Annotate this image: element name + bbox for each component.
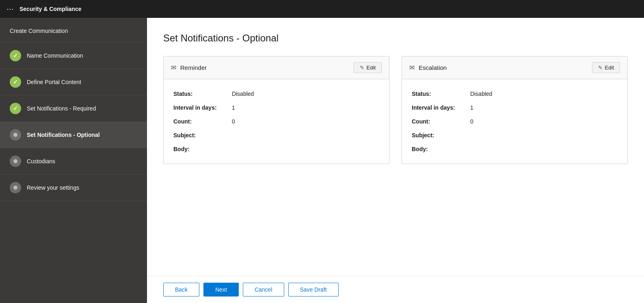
field-value-escalation-4: [469, 146, 470, 152]
card-field-reminder-0: Status: Disabled: [173, 91, 379, 97]
card-field-escalation-3: Subject:: [412, 132, 618, 139]
sidebar-item-label-set-notifications-optional: Set Notifications - Optional: [27, 132, 100, 138]
app-title: Security & Compliance: [19, 6, 82, 12]
sidebar-item-review-your-settings[interactable]: Review your settings: [0, 175, 147, 201]
pencil-icon-reminder: ✎: [360, 65, 364, 71]
page-title: Set Notifications - Optional: [163, 32, 628, 44]
field-label-escalation-1: Interval in days:: [412, 104, 469, 111]
sidebar-item-name-communication[interactable]: ✓Name Communication: [0, 43, 147, 69]
field-label-reminder-4: Body:: [173, 146, 230, 152]
card-field-escalation-1: Interval in days: 1: [412, 104, 618, 111]
sidebar-item-label-custodians: Custodians: [27, 158, 55, 164]
envelope-icon-escalation: ✉: [409, 64, 415, 71]
card-escalation: ✉Escalation✎EditStatus: DisabledInterval…: [402, 56, 628, 164]
card-field-reminder-3: Subject:: [173, 132, 379, 139]
sidebar-item-custodians[interactable]: Custodians: [0, 148, 147, 175]
sidebar-item-icon-custodians: [10, 156, 21, 167]
field-label-reminder-3: Subject:: [173, 132, 230, 139]
card-header-reminder: ✉Reminder✎Edit: [164, 56, 389, 79]
sidebar-item-set-notifications-optional[interactable]: Set Notifications - Optional: [0, 122, 147, 148]
field-label-escalation-3: Subject:: [412, 132, 469, 139]
card-reminder: ✉Reminder✎EditStatus: DisabledInterval i…: [163, 56, 389, 164]
field-value-escalation-3: [469, 132, 470, 139]
sidebar-item-icon-name-communication: ✓: [10, 50, 21, 61]
field-label-escalation-4: Body:: [412, 146, 469, 152]
card-body-reminder: Status: DisabledInterval in days: 1Count…: [164, 79, 389, 164]
cards-row: ✉Reminder✎EditStatus: DisabledInterval i…: [163, 56, 628, 164]
grid-icon[interactable]: ⋯: [6, 4, 14, 13]
edit-button-escalation[interactable]: ✎Edit: [592, 62, 620, 73]
field-value-reminder-2: 0: [230, 118, 235, 125]
sidebar: Create Communication ✓Name Communication…: [0, 18, 147, 303]
edit-button-reminder[interactable]: ✎Edit: [354, 62, 382, 73]
sidebar-item-icon-set-notifications-optional: [10, 129, 21, 141]
sidebar-item-icon-review-your-settings: [10, 182, 21, 193]
card-field-reminder-2: Count: 0: [173, 118, 379, 125]
sidebar-item-set-notifications-required[interactable]: ✓Set Notifications - Required: [0, 95, 147, 122]
content-footer: Back Next Cancel Save Draft: [147, 276, 644, 303]
sidebar-item-label-name-communication: Name Communication: [27, 52, 83, 59]
field-value-reminder-0: Disabled: [230, 91, 254, 97]
card-field-reminder-4: Body:: [173, 146, 379, 152]
card-field-escalation-0: Status: Disabled: [412, 91, 618, 97]
sidebar-item-label-set-notifications-required: Set Notifications - Required: [27, 105, 96, 112]
field-value-reminder-3: [230, 132, 232, 139]
field-value-reminder-1: 1: [230, 104, 235, 111]
card-title-escalation: Escalation: [419, 64, 447, 71]
envelope-icon-reminder: ✉: [171, 64, 176, 71]
field-value-escalation-0: Disabled: [469, 91, 492, 97]
field-label-escalation-2: Count:: [412, 118, 469, 125]
card-field-reminder-1: Interval in days: 1: [173, 104, 379, 111]
field-label-reminder-2: Count:: [173, 118, 230, 125]
content-scroll: Set Notifications - Optional ✉Reminder✎E…: [147, 18, 644, 276]
main-layout: Create Communication ✓Name Communication…: [0, 18, 644, 303]
field-label-reminder-0: Status:: [173, 91, 230, 97]
card-field-escalation-4: Body:: [412, 146, 618, 152]
next-button[interactable]: Next: [203, 283, 239, 297]
topbar: ⋯ Security & Compliance: [0, 0, 644, 18]
sidebar-item-icon-define-portal-content: ✓: [10, 76, 21, 88]
pencil-icon-escalation: ✎: [598, 65, 603, 71]
sidebar-item-label-define-portal-content: Define Portal Content: [27, 79, 81, 85]
card-body-escalation: Status: DisabledInterval in days: 1Count…: [402, 79, 627, 164]
sidebar-header: Create Communication: [0, 18, 147, 43]
sidebar-item-define-portal-content[interactable]: ✓Define Portal Content: [0, 69, 147, 95]
sidebar-item-icon-set-notifications-required: ✓: [10, 103, 21, 114]
field-value-escalation-1: 1: [469, 104, 473, 111]
field-label-reminder-1: Interval in days:: [173, 104, 230, 111]
field-value-reminder-4: [230, 146, 232, 152]
cancel-button[interactable]: Cancel: [243, 283, 284, 297]
card-header-escalation: ✉Escalation✎Edit: [402, 56, 627, 79]
content-area: Set Notifications - Optional ✉Reminder✎E…: [147, 18, 644, 303]
save-draft-button[interactable]: Save Draft: [288, 283, 339, 297]
field-value-escalation-2: 0: [469, 118, 473, 125]
field-label-escalation-0: Status:: [412, 91, 469, 97]
card-title-reminder: Reminder: [180, 64, 207, 71]
card-field-escalation-2: Count: 0: [412, 118, 618, 125]
sidebar-item-label-review-your-settings: Review your settings: [27, 184, 79, 191]
back-button[interactable]: Back: [163, 283, 199, 297]
